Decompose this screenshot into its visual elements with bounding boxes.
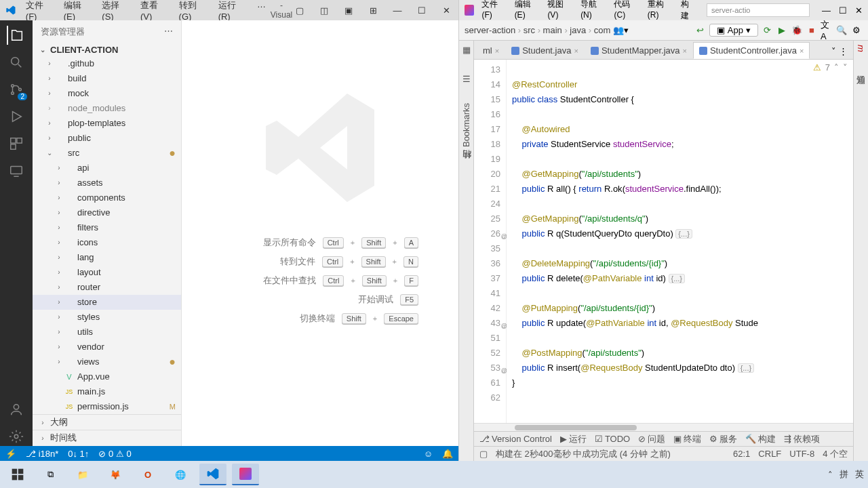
breadcrumb[interactable]: java (570, 25, 586, 35)
tree-item[interactable]: ›styles (33, 310, 181, 325)
inspections-widget[interactable]: ⚠7 ˄ ˅ (813, 62, 848, 73)
bookmarks-tool[interactable]: Bookmarks (461, 103, 471, 147)
menu-item[interactable]: 编辑(E) (60, 0, 97, 23)
tree-item[interactable]: ›utils (33, 325, 181, 340)
next-highlight-icon[interactable]: ˅ (843, 62, 848, 73)
tree-item[interactable]: ›plop-templates (33, 116, 181, 131)
tool-window-tab[interactable]: ⚙服务 (709, 433, 737, 445)
source-control-icon[interactable]: 2 (7, 80, 26, 99)
tree-item[interactable]: JSmain.js (33, 384, 181, 399)
outline-section[interactable]: ›大纲 (33, 414, 181, 430)
gutter-icon[interactable]: @ (501, 229, 507, 244)
idea-titlebar[interactable]: 文件(F)编辑(E)视图(V)导航(N)代码(C)重构(R)构建 — ☐ ✕ (459, 0, 868, 20)
remote-icon[interactable] (7, 161, 26, 180)
layout-icon[interactable]: ▢ (293, 5, 307, 16)
explorer-icon[interactable] (7, 26, 26, 45)
menu-item[interactable]: 构建 (677, 0, 698, 23)
tree-item[interactable]: ›assets (33, 176, 181, 190)
tree-item[interactable]: ›icons (33, 235, 181, 250)
menu-item[interactable]: 文件(F) (22, 0, 58, 23)
menu-item[interactable]: 文件(F) (478, 0, 508, 23)
prev-highlight-icon[interactable]: ˄ (834, 62, 839, 73)
users-icon[interactable]: 👥▾ (613, 25, 629, 35)
idea-code-editor[interactable]: ⚠7 ˄ ˅ 131415161718192021242526@35363741… (474, 60, 853, 423)
search-icon[interactable]: 🔍 (835, 24, 848, 37)
start-button[interactable] (4, 464, 31, 485)
run-icon[interactable]: ▶ (776, 24, 788, 37)
run-config-select[interactable]: ▣ App ▾ (709, 24, 758, 37)
office-icon[interactable]: O (134, 464, 161, 485)
menu-item[interactable]: 导航(N) (577, 0, 608, 23)
vscode-statusbar[interactable]: ⚡ ⎇ i18n* 0↓ 1↑ ⊘ 0 ⚠ 0 ☺ 🔔 (0, 446, 458, 461)
ime-indicator[interactable]: 拼 (840, 468, 848, 481)
more-icon[interactable]: ⋯ (164, 26, 173, 38)
file-encoding[interactable]: UTF-8 (789, 449, 814, 459)
menu-item[interactable]: 查看(V) (136, 0, 174, 23)
tree-item[interactable]: JSpermission.jsM (33, 399, 181, 414)
maximize-button[interactable]: ☐ (415, 5, 429, 16)
settings-icon[interactable]: ⚙ (850, 24, 863, 37)
indent-config[interactable]: 4 个空 (823, 448, 848, 460)
layout-icon[interactable]: ◫ (317, 5, 331, 16)
line-separator[interactable]: CRLF (758, 449, 781, 459)
structure-tool-icon[interactable]: ☰ (462, 74, 471, 84)
tool-window-tab[interactable]: ▣终端 (673, 433, 701, 445)
tree-item[interactable]: ›filters (33, 220, 181, 235)
layout-icon[interactable]: ▣ (342, 5, 355, 16)
problems-status[interactable]: ⊘ 0 ⚠ 0 (98, 449, 131, 459)
tree-item[interactable]: ›views● (33, 354, 181, 369)
tree-item[interactable]: VApp.vue (33, 369, 181, 384)
menu-item[interactable]: 转到(G) (175, 0, 213, 23)
editor-tab[interactable]: StudentMapper.java× (585, 42, 693, 59)
debug-icon[interactable]: 🐞 (791, 24, 803, 37)
menu-item[interactable]: 代码(C) (610, 0, 641, 23)
idea-search-input[interactable] (707, 3, 810, 17)
editor-tab[interactable]: ml× (477, 42, 505, 59)
menu-item[interactable]: … (253, 0, 270, 23)
account-icon[interactable] (7, 400, 26, 419)
edge-icon[interactable]: 🌐 (167, 464, 194, 485)
breadcrumb[interactable]: com (594, 25, 611, 35)
editor-tab[interactable]: Student.java× (505, 42, 585, 59)
timeline-section[interactable]: ›时间线 (33, 430, 181, 445)
gutter-icon[interactable]: @ (501, 363, 507, 378)
vscode-taskbar-icon[interactable] (199, 464, 226, 485)
tool-window-tab[interactable]: 🔨构建 (745, 433, 776, 445)
tool-window-tab[interactable]: ⇶依赖项 (784, 433, 820, 445)
tree-item[interactable]: ›vendor (33, 340, 181, 354)
breadcrumb[interactable]: server-action (465, 25, 515, 35)
ime-lang[interactable]: 英 (855, 468, 864, 481)
project-tool-icon[interactable]: ▦ (462, 45, 471, 55)
remote-indicator[interactable]: ⚡ (5, 449, 16, 459)
menu-item[interactable]: 选择(S) (98, 0, 135, 23)
file-explorer-icon[interactable]: 📁 (69, 464, 96, 485)
back-icon[interactable]: ↩ (694, 24, 707, 37)
horizontal-scrollbar[interactable] (474, 423, 853, 431)
stop-icon[interactable]: ■ (806, 24, 818, 37)
tree-item[interactable]: ›directive (33, 205, 181, 220)
tree-item[interactable]: ›api (33, 161, 181, 176)
editor-tab[interactable]: StudentController.java× (693, 42, 810, 59)
menu-item[interactable]: 运行(R) (214, 0, 252, 23)
build-icon[interactable]: ⟳ (761, 24, 773, 37)
tool-window-tab[interactable]: ⎇Version Control (479, 434, 552, 444)
maximize-button[interactable]: ☐ (839, 5, 847, 16)
menu-item[interactable]: 重构(R) (644, 0, 675, 23)
feedback-icon[interactable]: ☺ (424, 449, 433, 459)
minimize-button[interactable]: — (822, 5, 831, 16)
close-tab-icon[interactable]: × (683, 47, 687, 55)
minimize-button[interactable]: — (391, 5, 404, 16)
search-icon[interactable] (7, 53, 26, 72)
extensions-icon[interactable] (7, 134, 26, 153)
idea-gutter[interactable]: 131415161718192021242526@353637414243@51… (474, 60, 507, 423)
close-button[interactable]: ✕ (439, 5, 453, 16)
settings-gear-icon[interactable] (7, 427, 26, 446)
tool-window-tab[interactable]: ☑TODO (595, 434, 630, 444)
menu-item[interactable]: 编辑(E) (511, 0, 542, 23)
more-icon[interactable]: ⋮ (839, 46, 848, 56)
tree-item[interactable]: ›public (33, 131, 181, 146)
scrollbar-thumb[interactable] (515, 425, 637, 430)
vscode-titlebar[interactable]: 文件(F)编辑(E)选择(S)查看(V)转到(G)运行(R)… client-a… (0, 0, 458, 20)
translate-icon[interactable]: 文A (821, 24, 833, 37)
chevron-down-icon[interactable]: ˅ (831, 46, 836, 56)
